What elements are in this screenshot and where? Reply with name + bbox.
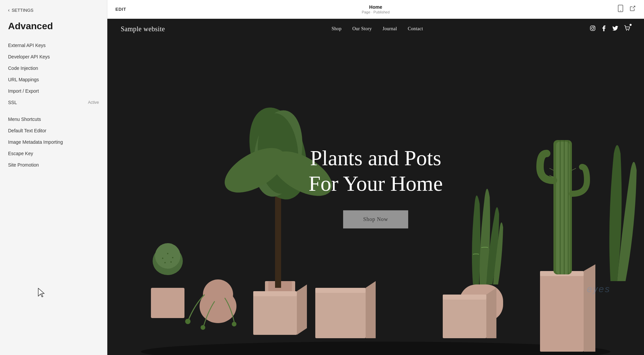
nav-item-label: Site Promotion — [8, 162, 39, 168]
mobile-preview-icon[interactable] — [617, 5, 624, 14]
site-navigation: Sample website Shop Our Story Journal Co… — [107, 19, 644, 39]
sidebar-item-escape-key[interactable]: Escape Key — [0, 148, 107, 159]
facebook-icon[interactable] — [601, 25, 607, 33]
ssl-active-badge: Active — [88, 100, 99, 105]
nav-item-label: Image Metadata Importing — [8, 139, 63, 145]
nav-item-label: Code Injection — [8, 65, 38, 71]
svg-point-46 — [592, 27, 594, 30]
twitter-icon[interactable] — [612, 25, 619, 33]
sidebar-item-external-api-keys[interactable]: External API Keys — [0, 40, 107, 51]
sidebar: ‹ SETTINGS Advanced External API Keys De… — [0, 0, 107, 355]
sidebar-item-ssl[interactable]: SSL Active — [0, 97, 107, 108]
nav-item-label: External API Keys — [8, 43, 46, 48]
main-area: EDIT Home Page · Published — [107, 0, 644, 355]
topbar-right-controls — [617, 5, 636, 14]
sidebar-title: Advanced — [0, 18, 107, 40]
sidebar-item-default-text-editor[interactable]: Default Text Editor — [0, 125, 107, 136]
instagram-icon[interactable] — [590, 25, 596, 33]
sidebar-item-menu-shortcuts[interactable]: Menu Shortcuts — [0, 114, 107, 125]
site-social-icons — [590, 25, 631, 33]
watermark: eyes — [587, 284, 610, 295]
topbar: EDIT Home Page · Published — [107, 0, 644, 19]
hero-content: Plants and Pots For Your Home Shop Now — [309, 145, 443, 229]
settings-back-label: SETTINGS — [12, 8, 34, 13]
svg-point-47 — [594, 27, 594, 27]
svg-point-48 — [626, 30, 627, 31]
nav-item-label: Developer API Keys — [8, 54, 50, 59]
site-nav-our-story[interactable]: Our Story — [352, 26, 372, 32]
svg-rect-45 — [590, 26, 595, 31]
sidebar-item-code-injection[interactable]: Code Injection — [0, 62, 107, 74]
site-nav-contact[interactable]: Contact — [408, 26, 423, 32]
back-arrow-icon: ‹ — [8, 7, 10, 13]
sidebar-item-site-promotion[interactable]: Site Promotion — [0, 159, 107, 171]
nav-item-label: Default Text Editor — [8, 128, 46, 133]
sidebar-navigation: External API Keys Developer API Keys Cod… — [0, 40, 107, 176]
nav-item-label: Escape Key — [8, 151, 33, 156]
page-subtitle: Page · Published — [362, 10, 389, 14]
site-logo: Sample website — [121, 25, 165, 33]
site-nav-shop[interactable]: Shop — [331, 26, 341, 32]
nav-item-label: Import / Export — [8, 88, 39, 94]
shop-now-button[interactable]: Shop Now — [343, 210, 408, 228]
topbar-center: Home Page · Published — [362, 4, 389, 14]
cursor-icon — [37, 287, 48, 301]
external-link-icon[interactable] — [629, 5, 636, 13]
hero-title: Plants and Pots For Your Home — [309, 145, 443, 197]
settings-back-button[interactable]: ‹ SETTINGS — [0, 0, 107, 18]
nav-divider — [0, 108, 107, 114]
site-nav-journal[interactable]: Journal — [383, 26, 397, 32]
cart-icon[interactable] — [624, 25, 631, 33]
site-preview: eyes Sample website Shop Our Story Journ… — [107, 19, 644, 355]
nav-item-label: SSL — [8, 100, 17, 105]
edit-button[interactable]: EDIT — [115, 7, 126, 12]
page-title: Home — [362, 4, 389, 10]
cart-badge — [630, 24, 632, 26]
nav-item-label: URL Mappings — [8, 77, 39, 82]
sidebar-item-url-mappings[interactable]: URL Mappings — [0, 74, 107, 85]
sidebar-item-developer-api-keys[interactable]: Developer API Keys — [0, 51, 107, 62]
svg-point-1 — [620, 10, 621, 11]
site-menu: Shop Our Story Journal Contact — [331, 26, 423, 32]
svg-point-49 — [628, 30, 629, 31]
sidebar-item-image-metadata[interactable]: Image Metadata Importing — [0, 136, 107, 148]
nav-item-label: Menu Shortcuts — [8, 117, 41, 122]
sidebar-item-import-export[interactable]: Import / Export — [0, 85, 107, 97]
